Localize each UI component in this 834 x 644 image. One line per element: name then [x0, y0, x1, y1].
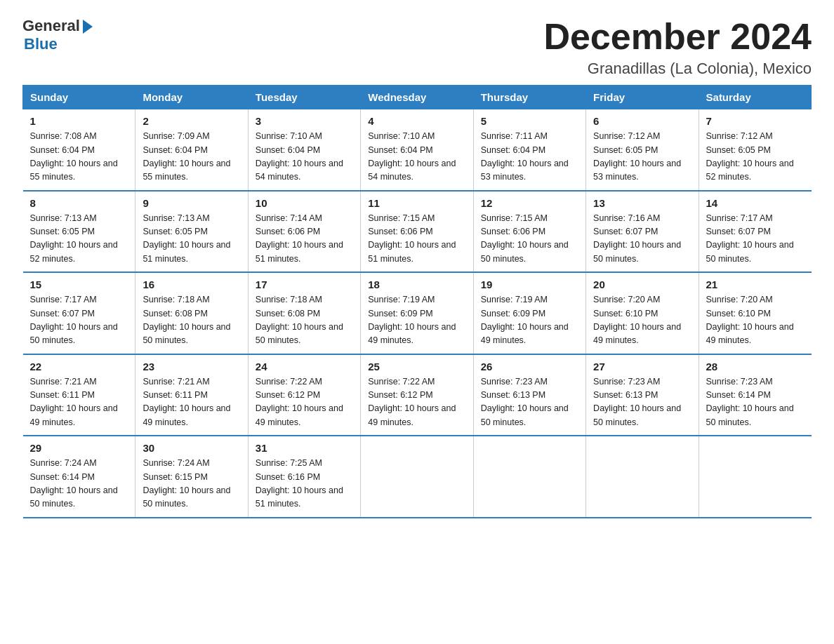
- calendar-cell: 30 Sunrise: 7:24 AMSunset: 6:15 PMDaylig…: [135, 436, 248, 518]
- day-number: 6: [593, 115, 691, 127]
- header-monday: Monday: [135, 86, 248, 109]
- calendar-cell: 3 Sunrise: 7:10 AMSunset: 6:04 PMDayligh…: [248, 109, 360, 191]
- calendar-cell: 7 Sunrise: 7:12 AMSunset: 6:05 PMDayligh…: [699, 109, 811, 191]
- day-number: 8: [30, 197, 128, 209]
- calendar-cell: 24 Sunrise: 7:22 AMSunset: 6:12 PMDaylig…: [248, 354, 360, 436]
- day-number: 30: [143, 442, 240, 454]
- calendar-cell: 4 Sunrise: 7:10 AMSunset: 6:04 PMDayligh…: [361, 109, 473, 191]
- calendar-cell: 25 Sunrise: 7:22 AMSunset: 6:12 PMDaylig…: [361, 354, 473, 436]
- day-info: Sunrise: 7:23 AMSunset: 6:13 PMDaylight:…: [593, 377, 681, 427]
- calendar-cell: 29 Sunrise: 7:24 AMSunset: 6:14 PMDaylig…: [23, 436, 135, 518]
- day-number: 19: [481, 279, 578, 290]
- day-info: Sunrise: 7:16 AMSunset: 6:07 PMDaylight:…: [593, 213, 681, 264]
- header-saturday: Saturday: [699, 86, 811, 109]
- day-info: Sunrise: 7:24 AMSunset: 6:15 PMDaylight:…: [143, 458, 230, 509]
- calendar-week-row: 1 Sunrise: 7:08 AMSunset: 6:04 PMDayligh…: [23, 109, 812, 191]
- day-info: Sunrise: 7:12 AMSunset: 6:05 PMDaylight:…: [706, 131, 794, 182]
- header-tuesday: Tuesday: [248, 86, 360, 109]
- day-number: 9: [143, 197, 240, 209]
- calendar-cell: [699, 436, 811, 518]
- day-info: Sunrise: 7:08 AMSunset: 6:04 PMDaylight:…: [30, 131, 118, 182]
- calendar-cell: 26 Sunrise: 7:23 AMSunset: 6:13 PMDaylig…: [473, 354, 585, 436]
- day-info: Sunrise: 7:19 AMSunset: 6:09 PMDaylight:…: [368, 295, 456, 345]
- day-number: 21: [706, 279, 805, 290]
- day-number: 20: [593, 279, 691, 290]
- day-info: Sunrise: 7:12 AMSunset: 6:05 PMDaylight:…: [593, 131, 681, 182]
- day-number: 1: [30, 115, 128, 127]
- day-info: Sunrise: 7:09 AMSunset: 6:04 PMDaylight:…: [143, 131, 230, 182]
- day-number: 5: [481, 115, 578, 127]
- calendar-week-row: 15 Sunrise: 7:17 AMSunset: 6:07 PMDaylig…: [23, 272, 812, 354]
- calendar-cell: 28 Sunrise: 7:23 AMSunset: 6:14 PMDaylig…: [699, 354, 811, 436]
- month-title: December 2024: [543, 17, 812, 57]
- day-number: 22: [30, 361, 128, 373]
- day-number: 23: [143, 361, 240, 373]
- calendar-cell: 12 Sunrise: 7:15 AMSunset: 6:06 PMDaylig…: [473, 191, 585, 273]
- day-number: 7: [706, 115, 805, 127]
- day-number: 18: [368, 279, 465, 290]
- calendar-cell: 17 Sunrise: 7:18 AMSunset: 6:08 PMDaylig…: [248, 272, 360, 354]
- calendar-cell: 8 Sunrise: 7:13 AMSunset: 6:05 PMDayligh…: [23, 191, 135, 273]
- day-info: Sunrise: 7:22 AMSunset: 6:12 PMDaylight:…: [368, 377, 456, 427]
- day-number: 13: [593, 197, 691, 209]
- day-info: Sunrise: 7:22 AMSunset: 6:12 PMDaylight:…: [256, 377, 343, 427]
- calendar-cell: 18 Sunrise: 7:19 AMSunset: 6:09 PMDaylig…: [361, 272, 473, 354]
- calendar-cell: [361, 436, 473, 518]
- calendar-cell: 22 Sunrise: 7:21 AMSunset: 6:11 PMDaylig…: [23, 354, 135, 436]
- calendar-week-row: 22 Sunrise: 7:21 AMSunset: 6:11 PMDaylig…: [23, 354, 812, 436]
- day-info: Sunrise: 7:25 AMSunset: 6:16 PMDaylight:…: [256, 458, 343, 509]
- calendar-cell: 27 Sunrise: 7:23 AMSunset: 6:13 PMDaylig…: [586, 354, 699, 436]
- day-info: Sunrise: 7:15 AMSunset: 6:06 PMDaylight:…: [481, 213, 569, 264]
- day-info: Sunrise: 7:18 AMSunset: 6:08 PMDaylight:…: [143, 295, 230, 345]
- calendar-cell: 2 Sunrise: 7:09 AMSunset: 6:04 PMDayligh…: [135, 109, 248, 191]
- day-number: 31: [256, 442, 353, 454]
- header-wednesday: Wednesday: [361, 86, 473, 109]
- day-number: 4: [368, 115, 465, 127]
- day-number: 12: [481, 197, 578, 209]
- calendar-cell: 31 Sunrise: 7:25 AMSunset: 6:16 PMDaylig…: [248, 436, 360, 518]
- day-info: Sunrise: 7:10 AMSunset: 6:04 PMDaylight:…: [256, 131, 343, 182]
- day-number: 14: [706, 197, 805, 209]
- page-header: General Blue December 2024 Granadillas (…: [22, 17, 812, 78]
- calendar-cell: 1 Sunrise: 7:08 AMSunset: 6:04 PMDayligh…: [23, 109, 135, 191]
- day-number: 26: [481, 361, 578, 373]
- header-friday: Friday: [586, 86, 699, 109]
- day-number: 17: [256, 279, 353, 290]
- day-number: 27: [593, 361, 691, 373]
- day-number: 2: [143, 115, 240, 127]
- calendar-cell: 10 Sunrise: 7:14 AMSunset: 6:06 PMDaylig…: [248, 191, 360, 273]
- day-info: Sunrise: 7:10 AMSunset: 6:04 PMDaylight:…: [368, 131, 456, 182]
- calendar-week-row: 8 Sunrise: 7:13 AMSunset: 6:05 PMDayligh…: [23, 191, 812, 273]
- day-info: Sunrise: 7:19 AMSunset: 6:09 PMDaylight:…: [481, 295, 569, 345]
- day-number: 25: [368, 361, 465, 373]
- day-number: 15: [30, 279, 128, 290]
- day-number: 3: [256, 115, 353, 127]
- day-info: Sunrise: 7:18 AMSunset: 6:08 PMDaylight:…: [256, 295, 343, 345]
- day-info: Sunrise: 7:13 AMSunset: 6:05 PMDaylight:…: [143, 213, 230, 264]
- day-number: 16: [143, 279, 240, 290]
- logo: General Blue: [22, 17, 93, 53]
- calendar-header-row: SundayMondayTuesdayWednesdayThursdayFrid…: [23, 86, 812, 109]
- calendar-cell: 5 Sunrise: 7:11 AMSunset: 6:04 PMDayligh…: [473, 109, 585, 191]
- day-info: Sunrise: 7:15 AMSunset: 6:06 PMDaylight:…: [368, 213, 456, 264]
- day-info: Sunrise: 7:11 AMSunset: 6:04 PMDaylight:…: [481, 131, 569, 182]
- calendar-cell: 19 Sunrise: 7:19 AMSunset: 6:09 PMDaylig…: [473, 272, 585, 354]
- calendar-cell: 23 Sunrise: 7:21 AMSunset: 6:11 PMDaylig…: [135, 354, 248, 436]
- day-info: Sunrise: 7:17 AMSunset: 6:07 PMDaylight:…: [706, 213, 794, 264]
- calendar-table: SundayMondayTuesdayWednesdayThursdayFrid…: [22, 85, 812, 518]
- title-section: December 2024 Granadillas (La Colonia), …: [543, 17, 812, 78]
- calendar-cell: 11 Sunrise: 7:15 AMSunset: 6:06 PMDaylig…: [361, 191, 473, 273]
- day-info: Sunrise: 7:17 AMSunset: 6:07 PMDaylight:…: [30, 295, 118, 345]
- calendar-cell: [473, 436, 585, 518]
- day-info: Sunrise: 7:24 AMSunset: 6:14 PMDaylight:…: [30, 458, 118, 509]
- calendar-cell: 13 Sunrise: 7:16 AMSunset: 6:07 PMDaylig…: [586, 191, 699, 273]
- day-number: 10: [256, 197, 353, 209]
- day-number: 24: [256, 361, 353, 373]
- calendar-cell: 16 Sunrise: 7:18 AMSunset: 6:08 PMDaylig…: [135, 272, 248, 354]
- header-sunday: Sunday: [23, 86, 135, 109]
- day-info: Sunrise: 7:20 AMSunset: 6:10 PMDaylight:…: [593, 295, 681, 345]
- day-info: Sunrise: 7:23 AMSunset: 6:13 PMDaylight:…: [481, 377, 569, 427]
- day-number: 11: [368, 197, 465, 209]
- calendar-cell: 21 Sunrise: 7:20 AMSunset: 6:10 PMDaylig…: [699, 272, 811, 354]
- day-info: Sunrise: 7:23 AMSunset: 6:14 PMDaylight:…: [706, 377, 794, 427]
